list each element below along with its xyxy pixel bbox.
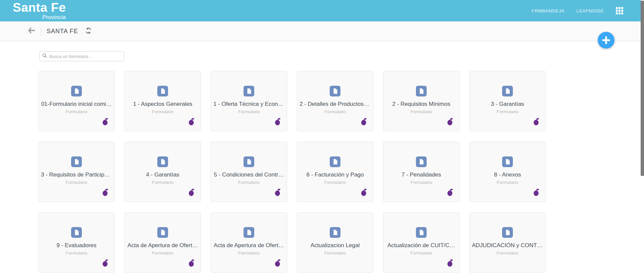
- topbar: Santa Fe Provincia FRMBANDEJA LEAFNOISE: [0, 0, 644, 21]
- plum-icon: [447, 118, 453, 127]
- form-card-subtitle: Formulario: [497, 180, 519, 185]
- plum-icon: [102, 188, 109, 198]
- document-icon: [330, 156, 340, 167]
- form-card[interactable]: 1 - Oferta Técnica y Econó… Formulario: [211, 71, 287, 131]
- arrow-left-icon: [28, 27, 36, 35]
- logo-main-text: Santa Fe: [13, 1, 66, 14]
- form-card[interactable]: Actualización de CUIT/C… Formulario: [383, 212, 460, 273]
- plum-icon: [361, 188, 367, 198]
- form-card-subtitle: Formulario: [66, 251, 88, 256]
- form-card-title: Acta de Apertura de Ofert…: [214, 242, 284, 249]
- form-card[interactable]: 4 - Garantías Formulario: [124, 142, 201, 202]
- plum-icon: [447, 259, 453, 268]
- scrollbar-thumb[interactable]: [641, 1, 644, 176]
- form-card-title: 01-Formulario inicial comi…: [41, 101, 112, 108]
- apps-grid-icon[interactable]: [616, 7, 623, 14]
- document-icon: [502, 227, 513, 238]
- form-card-subtitle: Formulario: [152, 109, 174, 114]
- plum-icon: [447, 188, 453, 198]
- form-card[interactable]: 5 - Condiciones del Contr… Formulario: [211, 142, 287, 202]
- form-card-title: 4 - Garantías: [146, 171, 179, 178]
- form-card-title: 5 - Condiciones del Contr…: [214, 171, 284, 178]
- form-card[interactable]: 6 - Facturación y Pago Formulario: [297, 142, 373, 202]
- add-form-button[interactable]: [598, 32, 614, 49]
- form-card[interactable]: 2 - Requisitos Mínimos Formulario: [383, 71, 460, 131]
- form-card[interactable]: 7 - Penalidades Formulario: [383, 142, 460, 202]
- nav-item-leafnoise[interactable]: LEAFNOISE: [577, 8, 604, 13]
- plum-icon: [533, 118, 540, 127]
- plum-icon: [274, 188, 281, 198]
- form-card-subtitle: Formulario: [324, 109, 346, 114]
- form-card[interactable]: 3 - Requisitos de Participa… Formulario: [38, 142, 115, 202]
- form-card[interactable]: Actualizacion Legal Formulario: [297, 212, 373, 273]
- form-card[interactable]: Acta de Apertura de Ofert… Formulario: [211, 212, 287, 273]
- form-card[interactable]: 8 - Anexos Formulario: [469, 142, 546, 202]
- form-card-subtitle: Formulario: [324, 180, 346, 185]
- plum-icon: [274, 259, 281, 268]
- document-icon: [71, 227, 82, 238]
- document-icon: [244, 86, 254, 96]
- document-icon: [330, 86, 340, 96]
- form-card-title: 9 - Evaluadores: [56, 242, 96, 249]
- plum-icon: [188, 118, 195, 127]
- document-icon: [330, 227, 340, 238]
- logo-sub-text: Provincia: [13, 14, 66, 20]
- document-icon: [416, 86, 427, 96]
- header-divider: [41, 27, 41, 36]
- refresh-button[interactable]: [85, 27, 92, 36]
- top-navigation: FRMBANDEJA LEAFNOISE: [532, 7, 623, 14]
- page-title: SANTA FE: [47, 28, 78, 35]
- document-icon: [502, 156, 513, 167]
- nav-item-frmbandeja[interactable]: FRMBANDEJA: [532, 8, 565, 13]
- form-card-subtitle: Formulario: [66, 109, 88, 114]
- document-icon: [71, 156, 82, 167]
- form-card-subtitle: Formulario: [152, 251, 174, 256]
- form-card[interactable]: 01-Formulario inicial comi… Formulario: [38, 71, 115, 131]
- plum-icon: [361, 118, 367, 127]
- document-icon: [157, 227, 168, 238]
- plum-icon: [102, 259, 109, 268]
- form-card[interactable]: Acta de Apertura de Ofert… Formulario: [124, 212, 201, 273]
- document-icon: [157, 86, 168, 96]
- form-card-title: 1 - Aspectos Generales: [133, 101, 193, 108]
- form-card-title: Acta de Apertura de Ofert…: [127, 242, 198, 249]
- form-card-subtitle: Formulario: [66, 180, 88, 185]
- santa-fe-logo: Santa Fe Provincia: [13, 1, 66, 20]
- form-card-subtitle: Formulario: [238, 180, 260, 185]
- document-icon: [157, 156, 168, 167]
- form-card[interactable]: ADJUDICACIÓN y CONTR… Formulario: [469, 212, 546, 273]
- form-card[interactable]: 3 - Garantías Formulario: [469, 71, 546, 131]
- document-icon: [244, 227, 254, 238]
- form-card-subtitle: Formulario: [324, 251, 346, 256]
- form-card[interactable]: 2 - Detalles de Productos … Formulario: [297, 71, 373, 131]
- form-card[interactable]: 9 - Evaluadores Formulario: [38, 212, 115, 273]
- form-card-title: 2 - Detalles de Productos …: [300, 101, 371, 108]
- form-card-title: 8 - Anexos: [494, 171, 521, 178]
- form-card-subtitle: Formulario: [411, 251, 432, 256]
- document-icon: [244, 156, 254, 167]
- plum-icon: [533, 188, 540, 198]
- document-icon: [502, 86, 513, 96]
- form-card-title: 3 - Garantías: [491, 101, 524, 108]
- form-card-subtitle: Formulario: [152, 180, 174, 185]
- plum-icon: [188, 188, 195, 198]
- document-icon: [416, 156, 427, 167]
- forms-grid: 01-Formulario inicial comi… Formulario 1…: [38, 71, 644, 273]
- form-card-title: 6 - Facturación y Pago: [306, 171, 364, 178]
- form-card-title: 1 - Oferta Técnica y Econó…: [213, 101, 284, 108]
- search-input[interactable]: [49, 54, 121, 59]
- search-icon: [42, 53, 47, 60]
- scrollbar-track: [641, 0, 644, 280]
- form-card[interactable]: 1 - Aspectos Generales Formulario: [124, 71, 201, 131]
- search-box: [39, 51, 124, 61]
- document-icon: [416, 227, 427, 238]
- form-card-title: Actualización de CUIT/C…: [387, 242, 455, 249]
- form-card-subtitle: Formulario: [238, 109, 260, 114]
- page: Santa Fe Provincia FRMBANDEJA LEAFNOISE …: [0, 0, 644, 280]
- back-button[interactable]: [28, 27, 36, 35]
- document-icon: [71, 86, 82, 96]
- form-card-subtitle: Formulario: [497, 251, 519, 256]
- form-card-subtitle: Formulario: [497, 109, 519, 114]
- form-card-title: 7 - Penalidades: [401, 171, 441, 178]
- form-card-title: 2 - Requisitos Mínimos: [392, 101, 450, 108]
